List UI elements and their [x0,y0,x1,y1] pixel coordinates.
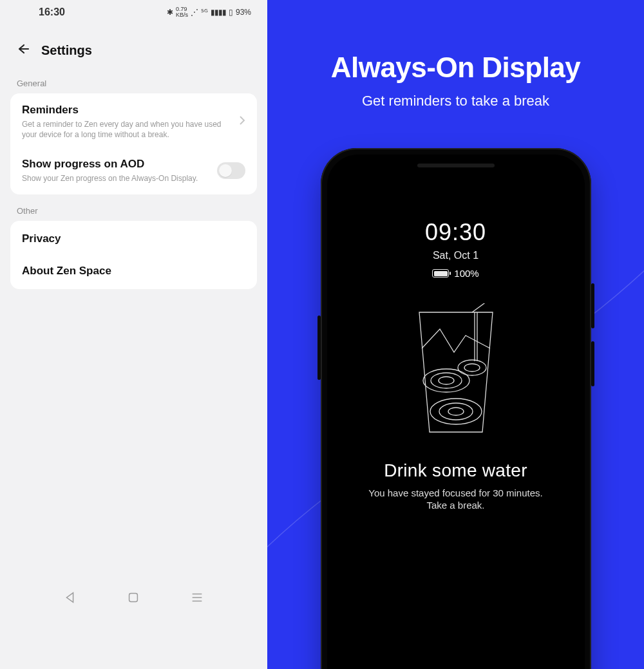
svg-point-8 [431,373,462,388]
battery-percent: 93% [236,8,251,17]
chevron-right-icon [239,115,245,128]
nav-recent-icon[interactable] [190,590,204,605]
aod-title: Show progress on AOD [22,158,211,171]
wifi-icon: ⋰ [191,8,198,17]
promo-panel: Always-On Display Get reminders to take … [267,0,644,669]
status-bar: 16:30 ✱ 0.79KB/s ⋰ ⁵ᴳ ▮▮▮▮ ▯ 93% [0,0,267,18]
nav-home-icon[interactable] [126,590,140,605]
svg-point-9 [439,377,454,384]
aod-time: 09:30 [327,219,585,246]
phone-side-button [317,316,321,380]
aod-message-line1: You have stayed focused for 30 minutes. [327,487,585,498]
phone-mockup: 09:30 Sat, Oct 1 100% [321,148,591,669]
status-icons: ✱ 0.79KB/s ⋰ ⁵ᴳ ▮▮▮▮ ▯ 93% [167,6,251,18]
other-card: Privacy About Zen Space [10,221,257,289]
reminders-desc: Get a reminder to Zen every day and when… [22,119,232,140]
bluetooth-icon: ✱ [167,8,173,17]
battery-icon [432,269,449,278]
about-row[interactable]: About Zen Space [10,257,257,289]
svg-point-12 [430,399,482,424]
network-icon: ⁵ᴳ [201,8,208,17]
aod-content: 09:30 Sat, Oct 1 100% [327,219,585,511]
back-button[interactable] [14,41,30,59]
reminders-row[interactable]: Reminders Get a reminder to Zen every da… [10,93,257,150]
privacy-title: Privacy [22,232,61,245]
section-general-label: General [0,67,267,93]
phone-screen: 09:30 Sat, Oct 1 100% [327,155,585,669]
about-title: About Zen Space [22,265,111,278]
header: Settings [0,18,267,67]
aod-message-line2: Take a break. [327,500,585,511]
battery-percent: 100% [454,268,478,279]
section-other-label: Other [0,194,267,221]
svg-point-13 [439,403,473,420]
svg-line-4 [472,303,491,312]
phone-earpiece [417,164,495,167]
aod-date: Sat, Oct 1 [327,250,585,261]
svg-rect-0 [129,594,138,602]
aod-progress-row: Show progress on AOD Show your Zen progr… [10,150,257,194]
system-navbar [0,590,267,605]
phone-side-button [591,283,594,328]
signal-icon: ▮▮▮▮ [211,8,226,17]
battery-icon: ▯ [229,8,233,17]
nav-back-icon[interactable] [63,590,77,605]
aod-toggle[interactable] [217,162,245,179]
status-time: 16:30 [39,6,65,18]
page-title: Settings [41,43,92,58]
settings-screen: 16:30 ✱ 0.79KB/s ⋰ ⁵ᴳ ▮▮▮▮ ▯ 93% Setting… [0,0,267,669]
water-glass-icon [408,303,504,438]
aod-desc: Show your Zen progress on the Always-On … [22,173,211,184]
general-card: Reminders Get a reminder to Zen every da… [10,93,257,194]
phone-side-button [591,341,594,386]
net-speed: 0.79KB/s [176,6,188,18]
aod-battery: 100% [432,268,478,279]
svg-point-14 [448,408,464,415]
svg-point-10 [458,360,486,375]
aod-message-title: Drink some water [327,460,585,481]
promo-subtitle: Get reminders to take a break [267,93,644,109]
promo-title: Always-On Display [267,52,644,84]
privacy-row[interactable]: Privacy [10,221,257,257]
reminders-title: Reminders [22,104,232,117]
svg-point-11 [464,364,480,372]
